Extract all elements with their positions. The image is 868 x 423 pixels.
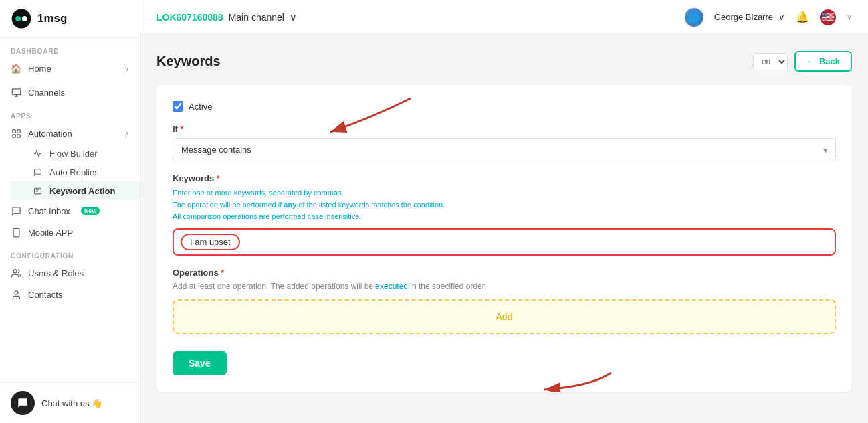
- sidebar-section-apps: APPS Automation ∧ Flow Builder Auto Repl…: [0, 103, 140, 243]
- keywords-required-indicator: *: [217, 173, 220, 183]
- keyword-action-icon: [32, 185, 43, 196]
- svg-rect-7: [17, 129, 19, 132]
- back-button-label: Back: [819, 56, 840, 66]
- users-roles-icon: [11, 268, 21, 278]
- language-flag[interactable]: 🇺🇸: [820, 9, 836, 25]
- sidebar-item-flow-builder[interactable]: Flow Builder: [11, 144, 140, 163]
- flag-chevron-icon: ∨: [847, 13, 852, 21]
- svg-point-1: [15, 16, 21, 21]
- if-row: If * Message contains Message equals Mes…: [173, 124, 836, 161]
- sidebar-section-label-dashboard: DASHBOARD: [0, 38, 140, 58]
- sidebar-section-channels: Channels: [0, 79, 140, 103]
- keywords-label: Keywords *: [173, 173, 836, 183]
- add-operation-button[interactable]: Add: [173, 299, 836, 334]
- sidebar-section-dashboard: DASHBOARD 🏠 Home ∨: [0, 38, 140, 79]
- notifications-bell-icon[interactable]: 🔔: [796, 11, 809, 23]
- home-icon: 🏠: [11, 63, 21, 74]
- sidebar-item-keyword-action-label: Keyword Action: [49, 186, 115, 196]
- sidebar-item-keyword-action[interactable]: Keyword Action: [11, 181, 140, 200]
- channel-chevron-icon: ∨: [290, 12, 296, 23]
- sidebar-section-label-config: CONFIGURATION: [0, 243, 140, 262]
- channels-icon: [11, 87, 21, 98]
- sidebar-item-contacts[interactable]: Contacts: [0, 284, 140, 305]
- sidebar-item-chat-inbox[interactable]: Chat Inbox New: [0, 200, 140, 222]
- keywords-desc-line3: All comparison operations are performed …: [173, 212, 361, 220]
- sidebar-item-users-roles[interactable]: Users & Roles: [0, 262, 140, 284]
- sidebar-item-channels[interactable]: Channels: [0, 82, 140, 103]
- keywords-input-field[interactable]: I am upset: [173, 228, 836, 256]
- operations-description: Add at least one operation. The added op…: [173, 282, 836, 291]
- header-right: en ← Back: [753, 51, 852, 72]
- sidebar-item-home[interactable]: 🏠 Home ∨: [0, 58, 140, 79]
- sidebar-section-configuration: CONFIGURATION Users & Roles Contacts: [0, 243, 140, 305]
- channel-selector[interactable]: LOK607160088 Main channel ∨: [156, 12, 296, 23]
- if-select-wrapper: Message contains Message equals Message …: [173, 138, 836, 161]
- svg-rect-9: [17, 134, 19, 137]
- sidebar-item-auto-replies[interactable]: Auto Replies: [11, 163, 140, 181]
- chevron-down-icon: ∨: [124, 65, 129, 72]
- svg-point-0: [12, 9, 31, 29]
- save-row: Save: [173, 346, 836, 375]
- logo-text: 1msg: [37, 12, 67, 25]
- operations-required-indicator: *: [221, 268, 224, 278]
- form-card: Active If * Message contains Message equ…: [156, 85, 852, 392]
- user-chevron-icon: ∨: [778, 12, 785, 22]
- svg-point-15: [13, 269, 17, 272]
- svg-rect-8: [12, 134, 15, 137]
- channel-id: LOK607160088: [156, 12, 223, 23]
- if-condition-select[interactable]: Message contains Message equals Message …: [173, 138, 836, 161]
- sidebar-item-automation-label: Automation: [28, 129, 72, 139]
- mobile-app-icon: [11, 227, 21, 238]
- svg-point-16: [15, 290, 18, 294]
- chat-inbox-icon: [11, 205, 21, 216]
- keywords-row: Keywords * Enter one or more keywords, s…: [173, 173, 836, 256]
- operations-row: Operations * Add at least one operation.…: [173, 268, 836, 334]
- sidebar-item-automation[interactable]: Automation ∧: [0, 122, 140, 144]
- auto-replies-icon: [32, 167, 43, 177]
- contacts-icon: [11, 289, 21, 300]
- globe-icon: 🌐: [685, 8, 703, 27]
- back-button[interactable]: ← Back: [794, 51, 852, 72]
- automation-chevron-icon: ∧: [124, 130, 129, 137]
- sidebar-item-chat-inbox-label: Chat Inbox: [28, 206, 70, 216]
- language-select[interactable]: en: [753, 53, 788, 70]
- operations-label: Operations *: [173, 268, 836, 278]
- chat-bubble-icon: [11, 391, 35, 415]
- sidebar-item-flow-builder-label: Flow Builder: [49, 149, 98, 159]
- topbar: LOK607160088 Main channel ∨ 🌐 George Biz…: [140, 0, 868, 35]
- sidebar-bottom: Chat with us 👋: [0, 382, 140, 423]
- sidebar-item-mobile-app[interactable]: Mobile APP: [0, 222, 140, 243]
- svg-rect-3: [12, 88, 21, 94]
- sidebar-section-label-apps: APPS: [0, 103, 140, 122]
- if-required-indicator: *: [181, 124, 184, 134]
- automation-submenu: Flow Builder Auto Replies Keyword Action: [0, 144, 140, 200]
- keywords-description: Enter one or more keywords, separated by…: [173, 187, 836, 223]
- logo: 1msg: [0, 0, 140, 38]
- active-row: Active: [173, 101, 836, 112]
- chat-widget[interactable]: Chat with us 👋: [11, 391, 129, 415]
- add-operation-label: Add: [496, 311, 513, 322]
- topbar-right: 🌐 George Bizarre ∨ 🔔 🇺🇸 ∨: [685, 8, 852, 27]
- channel-name: Main channel: [229, 12, 284, 23]
- sidebar-item-channels-label: Channels: [28, 88, 65, 98]
- sidebar-item-home-label: Home: [28, 64, 51, 74]
- sidebar-item-auto-replies-label: Auto Replies: [49, 167, 99, 177]
- svg-rect-6: [12, 129, 15, 132]
- logo-icon: [11, 8, 32, 29]
- keywords-desc-line1: Enter one or more keywords, separated by…: [173, 189, 344, 197]
- user-name: George Bizarre: [714, 12, 773, 22]
- active-checkbox[interactable]: [173, 101, 183, 112]
- new-badge: New: [81, 207, 100, 215]
- main-content: LOK607160088 Main channel ∨ 🌐 George Biz…: [140, 0, 868, 423]
- page-title: Keywords: [156, 54, 221, 69]
- if-label: If *: [173, 124, 836, 134]
- automation-icon: [11, 128, 21, 139]
- save-button[interactable]: Save: [173, 351, 227, 375]
- flow-builder-icon: [32, 148, 43, 159]
- user-menu[interactable]: George Bizarre ∨: [714, 12, 785, 22]
- back-arrow-icon: ←: [806, 56, 815, 66]
- keywords-desc-line2: The operation will be performed if any o…: [173, 201, 445, 209]
- active-label: Active: [189, 102, 212, 112]
- keyword-tag-i-am-upset: I am upset: [181, 234, 240, 250]
- svg-point-2: [22, 16, 27, 21]
